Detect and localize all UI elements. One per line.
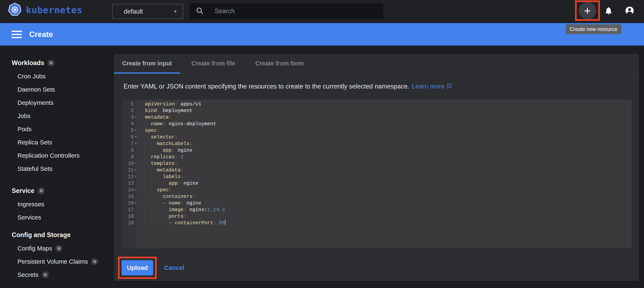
sidebar-item-config-maps[interactable]: Config MapsN — [0, 242, 114, 255]
fold-icon[interactable]: ▾ — [135, 140, 137, 147]
fold-icon[interactable]: ▾ — [135, 167, 137, 173]
line-number: 16 — [122, 200, 134, 207]
sidebar-item-label: Deployments — [18, 99, 54, 106]
code-text: - containerPort: 80 — [145, 220, 226, 226]
upload-button[interactable]: Upload — [122, 260, 153, 275]
sidebar-item-label: Jobs — [18, 112, 30, 119]
page-title: Create — [29, 30, 53, 39]
indent-guide — [163, 207, 168, 213]
hamburger-menu-icon[interactable] — [12, 29, 22, 40]
code-token: spec — [145, 128, 157, 133]
indent-guide — [151, 140, 157, 147]
notifications-button[interactable] — [604, 6, 613, 16]
code-token: ports — [168, 214, 184, 219]
code-token: : — [174, 154, 178, 160]
code-text: app: nginx — [145, 180, 198, 187]
tab-create-from-form[interactable]: Create from form — [246, 54, 313, 73]
sidebar-item-ingresses[interactable]: Ingresses — [0, 198, 114, 211]
sidebar-item-secrets[interactable]: SecretsN — [0, 268, 114, 281]
code-text: - name: nginx — [145, 200, 201, 207]
fold-icon[interactable]: ▾ — [135, 114, 137, 120]
code-line: 2kind: Deployment — [122, 107, 632, 114]
kubernetes-logo[interactable]: kubernetes — [8, 3, 82, 17]
account-button[interactable] — [625, 6, 634, 17]
code-line: 12▾ labels: — [122, 174, 632, 180]
sidebar-heading-config-and-storage[interactable]: Config and Storage — [0, 231, 114, 239]
indent-guide — [151, 147, 157, 154]
code-token: matchLabels — [157, 141, 190, 147]
code-token: 1.14.2 — [207, 207, 225, 212]
sidebar-item-persistent-volume-claims[interactable]: Persistent Volume ClaimsN — [0, 255, 114, 268]
sidebar-item-pods[interactable]: Pods — [0, 122, 114, 136]
sidebar-item-services[interactable]: Services — [0, 211, 114, 224]
code-token: replicas — [151, 154, 174, 160]
code-token: : — [178, 181, 180, 186]
fold-icon[interactable]: ▾ — [135, 187, 137, 193]
code-text: apiVersion: apps/v1 — [145, 101, 201, 107]
code-line: 3▾metadata: — [122, 114, 632, 121]
code-token: apiVersion — [145, 101, 174, 107]
code-line: 4 name: nginx-deployment — [122, 121, 632, 127]
sidebar-item-stateful-sets[interactable]: Stateful Sets — [0, 162, 114, 175]
sidebar-group: Config and StorageConfig MapsNPersistent… — [0, 231, 114, 281]
code-token: : — [157, 108, 160, 113]
sidebar-items: IngressesServices — [0, 198, 114, 224]
indent-guide — [145, 140, 151, 147]
fold-icon[interactable]: ▾ — [135, 134, 137, 140]
fold-icon[interactable]: ▾ — [135, 127, 137, 134]
code-token: nginx-deployment — [166, 121, 216, 127]
code-line: 13 app: nginx — [122, 180, 632, 187]
code-token: metadata — [145, 114, 168, 120]
sidebar-item-label: Ingresses — [18, 201, 44, 208]
tab-create-from-input[interactable]: Create from input — [114, 54, 180, 73]
sidebar-item-deployments[interactable]: Deployments — [0, 96, 114, 109]
line-number: 13 — [122, 180, 134, 187]
line-number: 1 — [122, 101, 134, 107]
search-bar[interactable] — [190, 3, 383, 19]
plus-icon: + — [584, 5, 591, 17]
code-token: : — [213, 220, 216, 226]
code-line: 19 - containerPort: 80 — [122, 220, 632, 226]
code-token: kind — [145, 108, 157, 113]
text-cursor-caret — [225, 220, 226, 225]
namespaced-badge: N — [56, 245, 62, 252]
indent-guide — [151, 174, 157, 180]
indent-guide — [151, 220, 157, 226]
sidebar-item-replica-sets[interactable]: Replica Sets — [0, 136, 114, 149]
indent-guide — [145, 193, 151, 200]
indent-guide — [163, 180, 168, 187]
sidebar-item-cron-jobs[interactable]: Cron Jobs — [0, 70, 114, 83]
brand-wordmark: kubernetes — [26, 5, 82, 15]
fold-icon[interactable]: ▾ — [135, 200, 137, 206]
code-token: containerPort — [174, 220, 213, 226]
annotation-box-upload: Upload — [118, 257, 157, 279]
fold-icon[interactable]: ▾ — [135, 173, 137, 180]
code-line: 14▾ spec: — [122, 187, 632, 193]
tooltip-create-new-resource: Create new resource — [566, 24, 621, 34]
namespace-selector[interactable]: default ▼ — [112, 4, 183, 19]
search-input[interactable] — [214, 8, 359, 15]
sidebar-item-replication-controllers[interactable]: Replication Controllers — [0, 149, 114, 162]
tab-create-from-file[interactable]: Create from file — [180, 54, 246, 73]
code-token: name — [151, 121, 163, 127]
code-token: labels — [163, 174, 180, 180]
sidebar-item-jobs[interactable]: Jobs — [0, 109, 114, 122]
sidebar-item-daemon-sets[interactable]: Daemon Sets — [0, 83, 114, 96]
sidebar-item-label: Replication Controllers — [18, 152, 80, 159]
create-new-resource-button[interactable]: + — [579, 2, 596, 19]
cancel-button[interactable]: Cancel — [164, 264, 184, 271]
indent-guide — [163, 220, 168, 226]
external-link-icon — [446, 83, 452, 90]
line-number: 7 — [122, 140, 134, 147]
code-text: metadata: — [145, 167, 184, 174]
bell-icon — [604, 12, 613, 16]
indent-guide — [151, 200, 157, 207]
code-token: : — [168, 187, 172, 193]
sidebar-item-label: Pods — [18, 126, 32, 133]
learn-more-link[interactable]: Learn more — [412, 83, 452, 90]
yaml-editor[interactable]: 1apiVersion: apps/v12kind: Deployment3▾m… — [122, 100, 632, 248]
fold-icon[interactable]: ▾ — [135, 160, 137, 167]
sidebar-heading-workloads[interactable]: WorkloadsN — [0, 59, 114, 67]
sidebar-heading-service[interactable]: ServiceN — [0, 187, 114, 195]
code-text: kind: Deployment — [145, 107, 192, 114]
